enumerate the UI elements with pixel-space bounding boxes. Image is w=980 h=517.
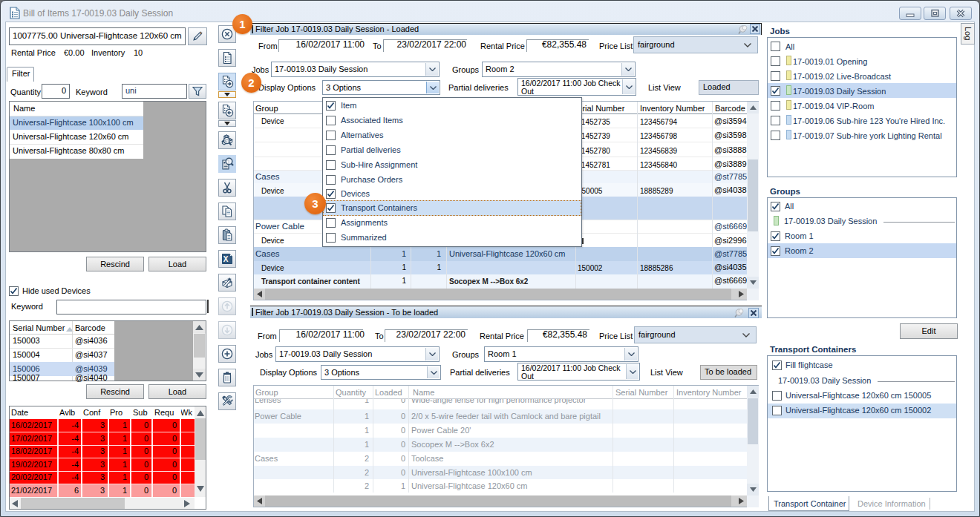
svg-text:X: X	[223, 255, 229, 263]
